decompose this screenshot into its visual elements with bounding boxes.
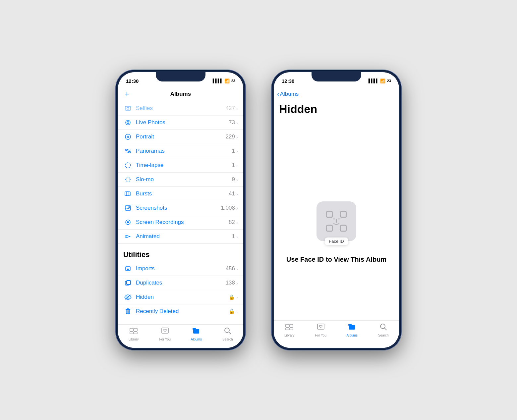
library-icon-left [130, 327, 138, 337]
svg-rect-27 [126, 309, 130, 314]
album-item-bursts[interactable]: Bursts 41 › [118, 187, 243, 201]
svg-rect-49 [290, 324, 293, 327]
nav-bar-right: ‹ Albums [274, 87, 399, 101]
duplicates-label: Duplicates [136, 280, 226, 286]
imports-label: Imports [136, 265, 226, 272]
hidden-icon [123, 294, 133, 300]
tab-albums-left[interactable]: Albums [181, 327, 212, 341]
album-item-time-lapse[interactable]: Time-lapse 1 › [118, 158, 243, 173]
battery-indicator: 23 [231, 79, 235, 83]
animated-icon [123, 233, 133, 240]
panoramas-chevron: › [236, 148, 238, 154]
notch-right [312, 72, 361, 81]
album-item-slo-mo[interactable]: Slo-mo 9 › [118, 173, 243, 187]
slo-mo-count: 9 [232, 176, 235, 183]
album-item-portrait[interactable]: Portrait 229 › [118, 130, 243, 144]
back-button[interactable]: ‹ Albums [277, 90, 299, 98]
face-id-container: Face ID [316, 201, 356, 241]
duplicates-chevron: › [236, 280, 238, 286]
album-item-panoramas[interactable]: Panoramas 1 › [118, 144, 243, 158]
tab-library-left[interactable]: Library [118, 327, 149, 341]
animated-count: 1 [232, 233, 235, 240]
portrait-label: Portrait [136, 133, 226, 140]
time-lapse-icon [123, 162, 133, 169]
status-icons-right: ▌▌▌▌ 📶 23 [369, 79, 391, 83]
album-item-imports[interactable]: Imports 456 › [118, 262, 243, 276]
tab-search-right[interactable]: Search [368, 323, 399, 337]
portrait-icon [123, 133, 133, 140]
library-icon-right [285, 323, 293, 333]
hidden-lock: 🔒 [229, 294, 235, 300]
album-item-hidden[interactable]: Hidden 🔒 › → [118, 290, 243, 304]
album-item-animated[interactable]: Animated 1 › [118, 230, 243, 244]
duplicates-count: 138 [226, 280, 235, 286]
face-id-bg [316, 201, 356, 241]
tab-bar-left: Library For You Albums [118, 324, 243, 348]
screenshots-label: Screenshots [136, 205, 221, 211]
hidden-page-title: Hidden [274, 101, 399, 121]
svg-rect-0 [125, 106, 131, 110]
svg-rect-53 [349, 325, 355, 330]
for-you-label-right: For You [315, 334, 326, 337]
svg-point-1 [127, 107, 129, 109]
album-list: Selfies 427 › Live Photos 73 › [118, 101, 243, 324]
animated-chevron: › [236, 234, 238, 239]
live-photos-count: 73 [229, 119, 235, 126]
album-item-live-photos[interactable]: Live Photos 73 › [118, 116, 243, 130]
back-label: Albums [280, 91, 299, 97]
albums-label-left: Albums [191, 338, 202, 341]
album-item-recently-deleted[interactable]: Recently Deleted 🔒 › [118, 304, 243, 318]
bursts-label: Bursts [136, 190, 229, 197]
svg-rect-44 [340, 225, 346, 231]
svg-rect-15 [125, 192, 129, 196]
screenshots-count: 1,008 [221, 205, 235, 211]
bursts-count: 41 [229, 190, 235, 197]
hidden-album-content: Face ID Use Face ID to View This Album [274, 121, 399, 344]
slo-mo-chevron: › [236, 177, 238, 183]
screen-recordings-chevron: › [236, 220, 238, 225]
signal-icon: ▌▌▌▌ [213, 79, 223, 83]
svg-line-13 [129, 178, 130, 178]
panoramas-label: Panoramas [136, 148, 232, 154]
svg-rect-32 [130, 328, 133, 331]
for-you-label-left: For You [159, 338, 171, 341]
battery-right: 23 [387, 79, 391, 83]
live-photos-label: Live Photos [136, 119, 229, 126]
svg-line-11 [126, 178, 127, 178]
albums-icon-right [348, 323, 356, 333]
notch [156, 72, 205, 81]
add-button[interactable]: + [125, 90, 129, 98]
screenshots-icon [123, 205, 133, 211]
album-item-duplicates[interactable]: Duplicates 138 › [118, 276, 243, 290]
albums-title: Albums [170, 91, 191, 97]
svg-rect-35 [134, 332, 137, 334]
tab-library-right[interactable]: Library [274, 323, 305, 337]
panoramas-icon [123, 148, 133, 154]
svg-line-56 [384, 328, 386, 330]
time-lapse-chevron: › [236, 163, 238, 168]
album-item-screenshots[interactable]: Screenshots 1,008 › [118, 201, 243, 215]
tab-for-you-left[interactable]: For You [149, 327, 181, 341]
svg-point-20 [127, 221, 129, 223]
svg-rect-54 [348, 324, 352, 326]
albums-icon-left [192, 327, 200, 337]
album-item-screen-recordings[interactable]: Screen Recordings 82 › [118, 215, 243, 230]
screenshots-chevron: › [236, 205, 238, 211]
svg-rect-51 [290, 328, 293, 330]
album-item-selfies[interactable]: Selfies 427 › [118, 101, 243, 116]
screen-recordings-count: 82 [229, 219, 235, 226]
recently-deleted-chevron: › [236, 309, 238, 314]
tab-albums-right[interactable]: Albums [336, 323, 368, 337]
tab-for-you-right[interactable]: For You [305, 323, 337, 337]
left-phone: 12:30 ▌▌▌▌ 📶 23 + Albums [116, 70, 245, 350]
svg-rect-23 [127, 281, 131, 285]
time-right: 12:30 [282, 78, 294, 84]
search-icon-left [224, 327, 231, 337]
svg-rect-38 [193, 328, 196, 330]
svg-rect-50 [286, 328, 289, 330]
tab-search-left[interactable]: Search [212, 327, 244, 341]
bursts-chevron: › [236, 191, 238, 197]
for-you-icon-left [161, 327, 169, 337]
slo-mo-label: Slo-mo [136, 176, 232, 183]
svg-line-14 [126, 181, 127, 182]
